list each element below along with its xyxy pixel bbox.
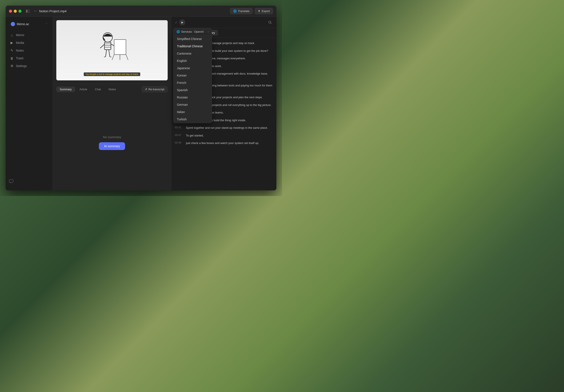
traffic-lights xyxy=(9,10,22,13)
tab-notes[interactable]: Notes xyxy=(105,86,119,92)
main-content: Memo.ac ⌃ ⌂ Memo ▶ Media ✎ Notes 🗑 xyxy=(6,17,276,190)
sidebar-item-trash[interactable]: 🗑 Trash xyxy=(7,55,51,62)
export-button[interactable]: ⬆ Export xyxy=(255,8,273,14)
chevron-down-icon: ⌃ xyxy=(45,23,47,26)
close-button[interactable] xyxy=(9,10,12,13)
video-section: You bought a tool to manage projects and… xyxy=(53,17,171,84)
translate-button[interactable]: 🌐 Translate xyxy=(230,8,253,14)
translate-icon: 🌐 xyxy=(233,9,237,13)
play-icon[interactable]: ▶ xyxy=(179,19,185,25)
media-icon: ▶ xyxy=(10,41,14,45)
back-button[interactable]: ← xyxy=(33,9,37,13)
workspace-name: Memo.ac xyxy=(17,22,29,26)
sidebar-bottom xyxy=(6,178,53,187)
svg-line-19 xyxy=(271,23,271,24)
language-option-german[interactable]: German xyxy=(173,101,212,108)
transcript-text: just check a few boxes and watch your sy… xyxy=(186,141,259,145)
translate-dropdown: 🌐 Services · OpenAI › Simplified Chinese… xyxy=(173,28,212,123)
title-bar-actions: 🌐 Translate ⬆ Export xyxy=(230,8,273,14)
language-option-japanese[interactable]: Japanese xyxy=(173,64,212,72)
timestamp: 00:49 xyxy=(175,141,183,144)
summary-area: No summary AI summary xyxy=(53,95,171,190)
svg-line-12 xyxy=(100,44,104,48)
workspace-icon xyxy=(11,22,15,26)
sidebar-item-settings[interactable]: ⚙ Settings xyxy=(7,62,51,70)
video-subtitle: You bought a tool to manage projects and… xyxy=(84,72,140,76)
svg-rect-14 xyxy=(114,40,126,55)
trash-icon: 🗑 xyxy=(10,56,14,60)
svg-rect-4 xyxy=(9,180,13,182)
transcript-text: Sprint together and run your stand-up me… xyxy=(186,126,268,130)
file-title: Notion Project.mp4 xyxy=(39,9,67,13)
sidebar-item-memo[interactable]: ⌂ Memo xyxy=(7,31,51,39)
sidebar-item-media[interactable]: ▶ Media xyxy=(7,39,51,46)
sidebar-item-label-memo: Memo xyxy=(16,33,24,37)
language-menu: Simplified ChineseTraditional ChineseCan… xyxy=(173,35,212,123)
timestamp: 00:47 xyxy=(175,133,183,137)
chevron-right-icon: › xyxy=(208,30,209,33)
app-window: ← Notion Project.mp4 🌐 Translate ⬆ Expor… xyxy=(6,6,276,190)
export-icon: ⬆ xyxy=(258,9,260,13)
transcript-row[interactable]: 00:47 To get started, xyxy=(171,132,276,140)
video-player: You bought a tool to manage projects and… xyxy=(56,20,168,80)
video-illustration xyxy=(93,29,131,72)
svg-line-13 xyxy=(111,44,114,46)
sidebar-item-notes[interactable]: ✎ Notes xyxy=(7,47,51,54)
svg-rect-0 xyxy=(26,10,28,13)
svg-rect-1 xyxy=(28,10,30,10)
content-area: You bought a tool to manage projects and… xyxy=(53,17,171,190)
svg-line-10 xyxy=(106,50,107,57)
tab-chat[interactable]: Chat xyxy=(92,86,104,92)
language-option-english[interactable]: English xyxy=(173,57,212,64)
timestamp: 00:41 xyxy=(175,126,183,129)
transcript-header: ✓ ▶ xyxy=(171,17,276,28)
sidebar-item-label-media: Media xyxy=(16,41,24,44)
sidebar-item-label-notes: Notes xyxy=(16,49,24,52)
services-label: Services · OpenAI xyxy=(181,30,204,33)
language-option-french[interactable]: French xyxy=(173,79,212,86)
language-option-cantonese[interactable]: Cantonese xyxy=(173,50,212,57)
no-summary-label: No summary xyxy=(103,135,121,139)
transcript-text: To get started, xyxy=(186,133,204,138)
title-bar: ← Notion Project.mp4 🌐 Translate ⬆ Expor… xyxy=(6,6,276,17)
sidebar-toggle-icon[interactable] xyxy=(25,8,31,14)
minimize-button[interactable] xyxy=(14,10,17,13)
retranscript-button[interactable]: ↺ Re-transcript xyxy=(142,86,168,92)
check-icon: ✓ xyxy=(175,20,178,25)
tabs-bar: Summary Article Chat Notes ↺ Re-transcri… xyxy=(53,84,171,95)
language-option-turkish[interactable]: Turkish xyxy=(173,116,212,123)
translate-globe-icon: 🌐 xyxy=(176,30,180,33)
notes-icon: ✎ xyxy=(10,49,14,53)
language-option-italian[interactable]: Italian xyxy=(173,108,212,116)
language-option-spanish[interactable]: Spanish xyxy=(173,86,212,94)
sidebar: Memo.ac ⌃ ⌂ Memo ▶ Media ✎ Notes 🗑 xyxy=(6,17,53,190)
workspace-selector[interactable]: Memo.ac ⌃ xyxy=(7,20,51,28)
ai-summary-button[interactable]: AI summary xyxy=(99,142,125,150)
sidebar-item-label-trash: Trash xyxy=(16,56,23,60)
transcript-row[interactable]: 00:41 Sprint together and run your stand… xyxy=(171,124,276,132)
svg-rect-3 xyxy=(28,12,30,13)
retranscript-icon: ↺ xyxy=(145,88,147,91)
tab-article[interactable]: Article xyxy=(76,86,91,92)
svg-line-15 xyxy=(112,55,114,60)
language-option-korean[interactable]: Korean xyxy=(173,72,212,79)
settings-icon: ⚙ xyxy=(10,64,14,68)
search-button[interactable] xyxy=(267,19,273,25)
svg-rect-2 xyxy=(28,11,30,11)
language-option-russian[interactable]: Russian xyxy=(173,94,212,101)
language-option-simplified_chinese[interactable]: Simplified Chinese xyxy=(173,35,212,42)
fullscreen-button[interactable] xyxy=(18,10,22,13)
sidebar-item-label-settings: Settings xyxy=(16,64,27,68)
services-bar[interactable]: 🌐 Services · OpenAI › xyxy=(173,28,212,35)
video-frame: You bought a tool to manage projects and… xyxy=(56,20,168,80)
nav-items: ⌂ Memo ▶ Media ✎ Notes 🗑 Trash ⚙ Sett xyxy=(6,31,53,70)
transcript-row[interactable]: 00:49 just check a few boxes and watch y… xyxy=(171,139,276,147)
svg-line-16 xyxy=(126,55,128,60)
svg-rect-6 xyxy=(104,42,111,50)
svg-line-11 xyxy=(109,50,110,57)
chat-button[interactable] xyxy=(7,178,15,185)
home-icon: ⌂ xyxy=(10,33,14,37)
language-option-traditional_chinese[interactable]: Traditional Chinese xyxy=(173,42,212,50)
tab-summary[interactable]: Summary xyxy=(56,86,75,92)
